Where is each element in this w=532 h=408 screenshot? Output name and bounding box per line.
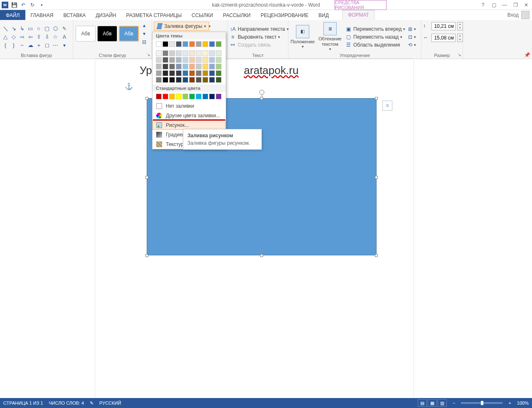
color-swatch[interactable] — [182, 94, 188, 99]
web-layout-icon[interactable]: ▥ — [438, 399, 447, 407]
color-swatch[interactable] — [156, 77, 162, 83]
color-swatch[interactable] — [163, 70, 168, 76]
edit-shape-icon[interactable]: ✎ — [61, 25, 68, 32]
color-swatch[interactable] — [202, 57, 208, 63]
color-swatch[interactable] — [163, 41, 168, 47]
shape-arrow4-icon[interactable]: ⇩ — [43, 33, 51, 41]
qat-customize-icon[interactable]: ▾ — [38, 2, 45, 8]
color-swatch[interactable] — [182, 50, 188, 56]
color-swatch[interactable] — [176, 77, 182, 83]
color-swatch[interactable] — [163, 77, 168, 83]
rotate-icon[interactable]: ⟲ — [408, 42, 412, 48]
color-swatch[interactable] — [169, 50, 175, 56]
shape-more-icon[interactable]: ⋯ — [52, 42, 59, 49]
color-swatch[interactable] — [202, 94, 208, 99]
color-swatch[interactable] — [169, 57, 175, 63]
color-swatch[interactable] — [182, 41, 188, 47]
color-swatch[interactable] — [182, 64, 188, 69]
shapes-more-icon[interactable]: ▾ — [61, 42, 68, 49]
shape-rect-icon[interactable]: ▭ — [27, 25, 34, 32]
minimize-icon[interactable]: — — [501, 2, 508, 8]
color-swatch[interactable] — [189, 77, 195, 83]
color-swatch[interactable] — [216, 64, 222, 69]
close-icon[interactable]: ✕ — [523, 2, 530, 8]
page-indicator[interactable]: СТРАНИЦА 1 ИЗ 1 — [3, 401, 43, 406]
color-swatch[interactable] — [196, 64, 202, 69]
shape-brace-icon[interactable]: { — [2, 42, 9, 49]
color-swatch[interactable] — [163, 64, 168, 69]
tab-format[interactable]: ФОРМАТ — [342, 10, 374, 20]
shape-ellipse-icon[interactable]: ○ — [35, 25, 42, 32]
style-preset-3[interactable]: Абв — [119, 26, 139, 42]
height-spinner[interactable]: ▴▾ — [457, 22, 463, 30]
style-preset-2[interactable]: Абв — [97, 26, 117, 42]
color-swatch[interactable] — [169, 64, 175, 69]
shape-line-icon[interactable]: ＼ — [2, 25, 9, 32]
shape-arrow2-icon[interactable]: ⇦ — [27, 33, 34, 41]
color-swatch[interactable] — [196, 77, 202, 83]
help-icon[interactable]: ? — [480, 2, 486, 8]
tab-review[interactable]: РЕЦЕНЗИРОВАНИЕ — [256, 10, 313, 20]
read-mode-icon[interactable]: ▤ — [418, 399, 427, 407]
shape-hex-icon[interactable]: ⬡ — [52, 25, 59, 32]
color-swatch[interactable] — [182, 70, 188, 76]
collapse-ribbon-icon[interactable]: 📌 — [524, 52, 530, 58]
height-input[interactable] — [431, 22, 456, 30]
tab-mailings[interactable]: РАССЫЛКИ — [218, 10, 256, 20]
color-swatch[interactable] — [163, 94, 168, 99]
bring-forward-button[interactable]: ▣Переместить вперед▾ — [345, 26, 405, 32]
zoom-slider[interactable] — [461, 402, 502, 404]
width-spinner[interactable]: ▴▾ — [457, 34, 463, 42]
restore-icon[interactable]: ❐ — [512, 2, 519, 8]
undo-icon[interactable]: ↶ — [20, 2, 27, 8]
textbox-icon[interactable]: A — [61, 33, 68, 41]
color-swatch[interactable] — [196, 94, 202, 99]
tab-design[interactable]: ДИЗАЙН — [91, 10, 121, 20]
more-colors-item[interactable]: Другие цвета заливки... — [153, 111, 226, 120]
shape-plus-icon[interactable]: ＋ — [35, 42, 42, 49]
color-swatch[interactable] — [176, 64, 182, 69]
color-swatch[interactable] — [156, 57, 162, 63]
color-swatch[interactable] — [196, 70, 202, 76]
no-fill-item[interactable]: Нет заливки — [153, 101, 226, 111]
gallery-more-icon[interactable]: ⊟ — [140, 38, 148, 46]
color-swatch[interactable] — [216, 50, 222, 56]
color-swatch[interactable] — [156, 50, 162, 56]
color-swatch[interactable] — [202, 70, 208, 76]
shape-arrow3-icon[interactable]: ⇧ — [35, 33, 42, 41]
color-swatch[interactable] — [216, 94, 222, 99]
color-swatch[interactable] — [216, 77, 222, 83]
language-indicator[interactable]: РУССКИЙ — [99, 401, 121, 406]
color-swatch[interactable] — [196, 50, 202, 56]
color-swatch[interactable] — [209, 50, 215, 56]
color-swatch[interactable] — [202, 77, 208, 83]
gallery-up-icon[interactable]: ▴ — [140, 22, 148, 29]
color-swatch[interactable] — [176, 41, 182, 47]
shape-brace2-icon[interactable]: } — [10, 42, 17, 49]
color-swatch[interactable] — [176, 94, 182, 99]
shape-callout-icon[interactable]: ◻ — [43, 42, 51, 49]
position-button[interactable]: ◧Положение▾ — [290, 25, 315, 49]
zoom-in-icon[interactable]: + — [508, 401, 511, 406]
zoom-thumb[interactable] — [481, 401, 483, 405]
account-login[interactable]: Вход — [507, 10, 530, 20]
color-swatch[interactable] — [189, 57, 195, 63]
resize-handle-bm[interactable] — [260, 254, 263, 257]
size-dialog-launcher-icon[interactable]: ↘ — [458, 52, 461, 57]
shape-cloud-icon[interactable]: ☁ — [27, 42, 34, 49]
gallery-down-icon[interactable]: ▾ — [140, 30, 148, 37]
resize-handle-ml[interactable] — [145, 176, 148, 179]
text-direction-button[interactable]: ↕AНаправление текста▾ — [229, 26, 289, 32]
picture-fill-item[interactable]: Рисунок... — [153, 120, 226, 130]
word-count[interactable]: ЧИСЛО СЛОВ: 4 — [49, 401, 84, 406]
wrap-text-button[interactable]: ≣Обтекание текстом▾ — [318, 22, 342, 51]
resize-handle-bl[interactable] — [145, 254, 148, 257]
color-swatch[interactable] — [189, 64, 195, 69]
zoom-level[interactable]: 100% — [517, 401, 529, 406]
color-swatch[interactable] — [216, 57, 222, 63]
color-swatch[interactable] — [209, 70, 215, 76]
color-swatch[interactable] — [176, 70, 182, 76]
align-text-button[interactable]: ≡Выровнять текст▾ — [229, 34, 289, 40]
tab-view[interactable]: ВИД — [313, 10, 334, 20]
color-swatch[interactable] — [189, 41, 195, 47]
